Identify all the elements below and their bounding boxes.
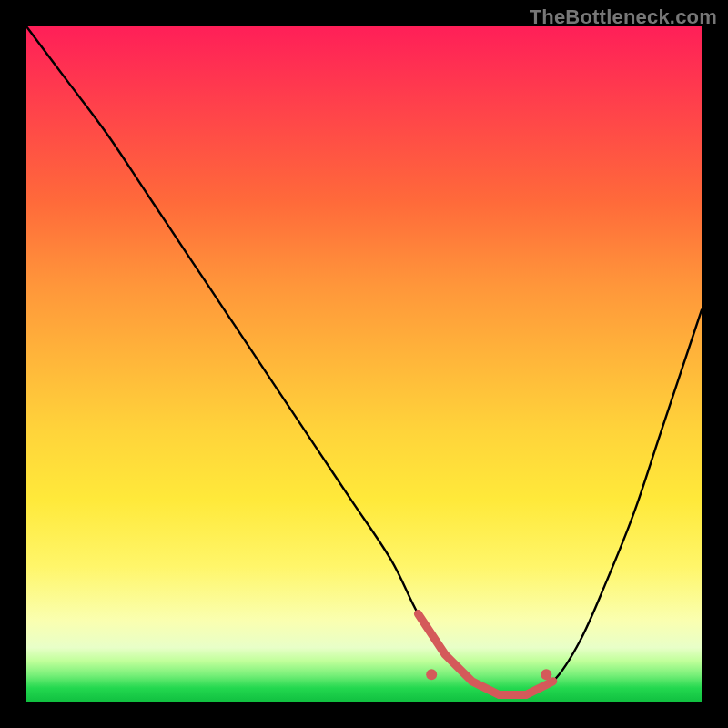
- curve-path: [26, 26, 702, 697]
- chart-frame: TheBottleneck.com: [0, 0, 728, 728]
- plot-area: [26, 26, 702, 702]
- valley-highlight: [418, 614, 552, 695]
- range-start-marker: [426, 669, 437, 680]
- bottleneck-curve: [26, 26, 702, 702]
